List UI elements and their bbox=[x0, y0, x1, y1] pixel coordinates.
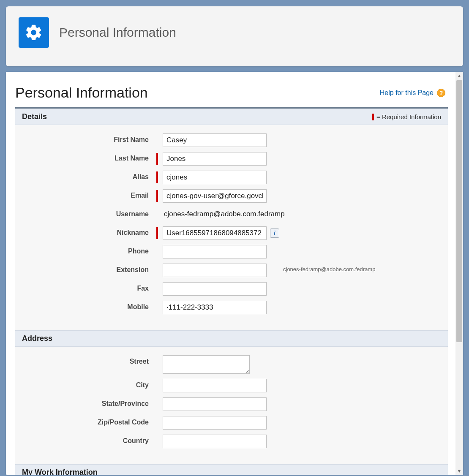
required-legend: = Required Information bbox=[372, 113, 441, 120]
street-field[interactable] bbox=[163, 355, 250, 374]
label-street: Street bbox=[22, 355, 156, 365]
required-indicator-icon bbox=[156, 171, 158, 183]
city-field[interactable] bbox=[163, 379, 267, 392]
last-name-field[interactable] bbox=[163, 152, 267, 166]
label-alias: Alias bbox=[22, 171, 156, 181]
label-zip: Zip/Postal Code bbox=[22, 416, 156, 426]
scroll-down-arrow-icon[interactable]: ▼ bbox=[455, 467, 463, 475]
state-province-field[interactable] bbox=[163, 397, 267, 411]
help-icon[interactable]: ? bbox=[437, 89, 445, 97]
section-title-work: My Work Information bbox=[22, 468, 98, 475]
mobile-field[interactable] bbox=[163, 301, 267, 314]
alias-field[interactable] bbox=[163, 171, 267, 184]
gear-icon bbox=[19, 17, 49, 48]
required-indicator-icon bbox=[156, 227, 158, 239]
page-header-card: Personal Information bbox=[6, 6, 463, 66]
section-header-address: Address bbox=[15, 330, 448, 347]
nickname-field[interactable] bbox=[163, 226, 267, 240]
zip-postal-code-field[interactable] bbox=[163, 416, 267, 430]
label-city: City bbox=[22, 379, 156, 389]
phone-field[interactable] bbox=[163, 245, 267, 258]
section-header-work: My Work Information bbox=[15, 464, 448, 475]
label-state: State/Province bbox=[22, 397, 156, 408]
username-value: cjones-fedramp@adobe.com.fedramp bbox=[163, 208, 285, 218]
label-phone: Phone bbox=[22, 245, 156, 255]
required-indicator-icon bbox=[372, 114, 374, 120]
label-last-name: Last Name bbox=[22, 152, 156, 162]
label-country: Country bbox=[22, 435, 156, 445]
extension-field[interactable] bbox=[163, 264, 267, 277]
country-field[interactable] bbox=[163, 435, 267, 448]
label-first-name: First Name bbox=[22, 133, 156, 144]
label-username: Username bbox=[22, 208, 156, 218]
scrollbar-thumb[interactable] bbox=[456, 80, 462, 342]
section-header-details: Details = Required Information bbox=[15, 109, 448, 125]
header-title: Personal Information bbox=[59, 25, 176, 40]
page-title: Personal Information bbox=[15, 84, 148, 101]
content-panel: Personal Information Help for this Page … bbox=[6, 72, 463, 475]
email-field[interactable] bbox=[163, 189, 267, 203]
extension-side-note: cjones-fedramp@adobe.com.fedramp bbox=[283, 266, 375, 272]
first-name-field[interactable] bbox=[163, 133, 267, 147]
required-indicator-icon bbox=[156, 153, 158, 165]
required-legend-text: = Required Information bbox=[376, 113, 441, 120]
vertical-scrollbar[interactable]: ▲ ▼ bbox=[455, 72, 463, 475]
label-mobile: Mobile bbox=[22, 301, 156, 311]
label-nickname: Nickname bbox=[22, 226, 156, 237]
fax-field[interactable] bbox=[163, 282, 267, 296]
scrollbar-track[interactable] bbox=[455, 79, 463, 467]
label-email: Email bbox=[22, 189, 156, 199]
scroll-up-arrow-icon[interactable]: ▲ bbox=[455, 72, 463, 79]
label-extension: Extension bbox=[22, 264, 156, 274]
info-icon[interactable]: i bbox=[270, 228, 279, 238]
section-title-address: Address bbox=[22, 334, 52, 343]
label-fax: Fax bbox=[22, 282, 156, 292]
section-title-details: Details bbox=[22, 112, 47, 121]
required-indicator-icon bbox=[156, 190, 158, 202]
help-for-this-page-link[interactable]: Help for this Page bbox=[380, 89, 434, 97]
